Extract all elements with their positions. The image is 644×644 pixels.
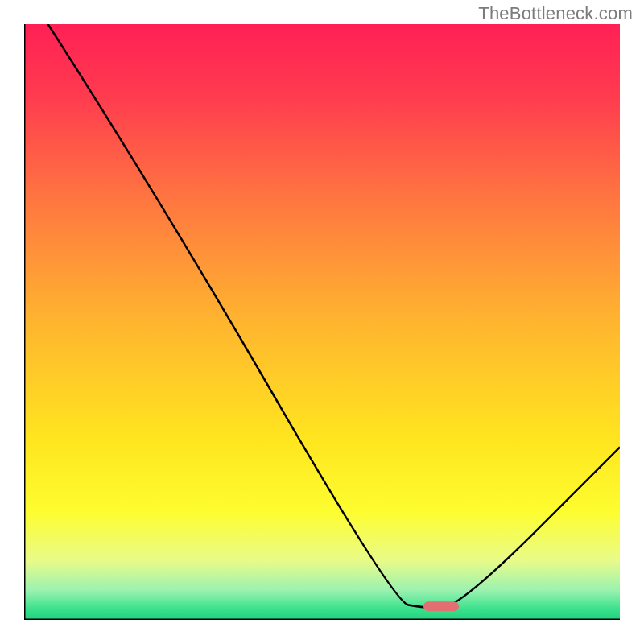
bottleneck-chart bbox=[24, 24, 620, 620]
watermark-text: TheBottleneck.com bbox=[478, 3, 633, 24]
chart-background bbox=[24, 24, 620, 620]
chart-container bbox=[24, 24, 620, 620]
optimal-marker bbox=[423, 601, 459, 611]
